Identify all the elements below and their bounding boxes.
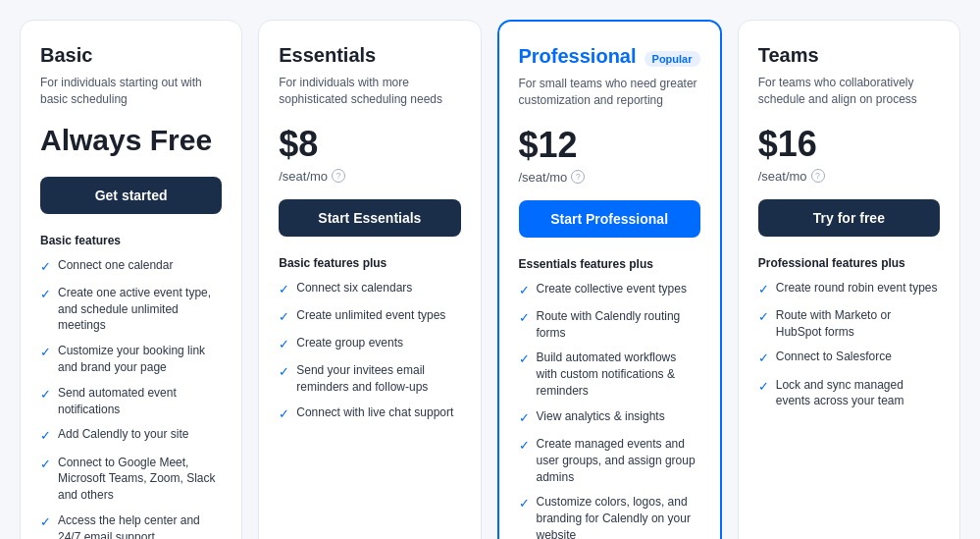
feature-text: Connect to Google Meet, Microsoft Teams,… <box>58 455 222 504</box>
list-item: ✓Customize colors, logos, and branding f… <box>519 494 700 539</box>
list-item: ✓Connect six calendars <box>279 280 460 298</box>
plan-card-essentials: EssentialsFor individuals with more soph… <box>258 20 481 539</box>
help-icon-professional[interactable]: ? <box>571 170 585 184</box>
list-item: ✓View analytics & insights <box>519 408 700 427</box>
features-title-teams: Professional features plus <box>758 256 940 270</box>
feature-text: Connect with live chat support <box>296 404 453 421</box>
plan-name-row-teams: Teams <box>758 44 940 71</box>
plan-price-basic: Always Free <box>40 124 222 157</box>
list-item: ✓Create group events <box>279 335 460 353</box>
feature-text: Connect to Salesforce <box>776 349 892 365</box>
list-item: ✓Create collective event types <box>519 281 700 299</box>
list-item: ✓Lock and sync managed events across you… <box>758 377 940 410</box>
features-list-essentials: ✓Connect six calendars✓Create unlimited … <box>279 280 460 539</box>
list-item: ✓Create unlimited event types <box>279 307 460 326</box>
checkmark-icon: ✓ <box>519 495 530 512</box>
feature-text: Add Calendly to your site <box>58 426 188 443</box>
checkmark-icon: ✓ <box>519 309 530 327</box>
feature-text: Create unlimited event types <box>296 307 445 324</box>
feature-text: Customize your booking link and brand yo… <box>58 343 222 376</box>
feature-text: Customize colors, logos, and branding fo… <box>537 494 700 539</box>
features-title-professional: Essentials features plus <box>519 257 700 271</box>
feature-text: Connect six calendars <box>296 280 412 296</box>
checkmark-icon: ✓ <box>279 405 289 423</box>
help-icon-teams[interactable]: ? <box>811 169 825 183</box>
help-icon-essentials[interactable]: ? <box>332 169 345 183</box>
feature-text: Create managed events and user groups, a… <box>537 436 700 485</box>
features-list-teams: ✓Create round robin event types✓Route wi… <box>758 280 940 539</box>
features-list-professional: ✓Create collective event types✓Route wit… <box>519 281 700 539</box>
feature-text: Create group events <box>296 335 403 351</box>
plan-price-detail-teams: /seat/mo? <box>758 169 940 184</box>
plan-btn-basic[interactable]: Get started <box>40 177 222 214</box>
list-item: ✓Connect to Salesforce <box>758 349 940 367</box>
feature-text: Route with Calendly routing forms <box>537 308 700 342</box>
plan-btn-teams[interactable]: Try for free <box>758 199 940 237</box>
list-item: ✓Route with Calendly routing forms <box>519 308 700 342</box>
plan-desc-essentials: For individuals with more sophisticated … <box>279 75 460 108</box>
features-title-basic: Basic features <box>40 234 222 247</box>
checkmark-icon: ✓ <box>279 308 289 326</box>
checkmark-icon: ✓ <box>519 409 530 427</box>
list-item: ✓Access the help center and 24/7 email s… <box>40 512 222 539</box>
plan-name-row-professional: ProfessionalPopular <box>519 45 700 72</box>
list-item: ✓Create one active event type, and sched… <box>40 285 222 334</box>
list-item: ✓Route with Marketo or HubSpot forms <box>758 307 940 341</box>
plan-name-row-basic: Basic <box>40 44 222 71</box>
plan-name-row-essentials: Essentials <box>279 44 460 71</box>
list-item: ✓Connect one calendar <box>40 257 222 276</box>
list-item: ✓Build automated workflows with custom n… <box>519 350 700 399</box>
checkmark-icon: ✓ <box>758 350 769 367</box>
popular-badge: Popular <box>645 51 700 67</box>
feature-text: Create collective event types <box>537 281 687 297</box>
checkmark-icon: ✓ <box>758 378 769 396</box>
plan-desc-teams: For teams who collaboratively schedule a… <box>758 75 940 108</box>
plan-price-detail-essentials: /seat/mo? <box>279 169 460 184</box>
plan-card-professional: ProfessionalPopularFor small teams who n… <box>497 20 722 539</box>
list-item: ✓Customize your booking link and brand y… <box>40 343 222 376</box>
feature-text: View analytics & insights <box>537 408 665 425</box>
list-item: ✓Send automated event notifications <box>40 385 222 418</box>
checkmark-icon: ✓ <box>279 363 289 381</box>
plan-btn-essentials[interactable]: Start Essentials <box>279 199 460 237</box>
checkmark-icon: ✓ <box>758 308 769 326</box>
plan-desc-professional: For small teams who need greater customi… <box>519 76 700 109</box>
list-item: ✓Connect to Google Meet, Microsoft Teams… <box>40 455 222 504</box>
checkmark-icon: ✓ <box>40 286 51 303</box>
feature-text: Access the help center and 24/7 email su… <box>58 512 222 539</box>
plan-price-detail-professional: /seat/mo? <box>519 170 700 185</box>
checkmark-icon: ✓ <box>279 281 289 298</box>
checkmark-icon: ✓ <box>519 282 530 299</box>
plan-price-professional: $12 <box>519 125 700 166</box>
checkmark-icon: ✓ <box>40 513 51 531</box>
plan-name-essentials: Essentials <box>279 44 376 67</box>
price-unit-teams: /seat/mo <box>758 169 807 184</box>
checkmark-icon: ✓ <box>758 281 769 298</box>
plan-name-teams: Teams <box>758 44 819 67</box>
checkmark-icon: ✓ <box>40 427 51 445</box>
features-title-essentials: Basic features plus <box>279 256 460 270</box>
list-item: ✓Create round robin event types <box>758 280 940 298</box>
feature-text: Route with Marketo or HubSpot forms <box>776 307 940 341</box>
plan-name-basic: Basic <box>40 44 92 67</box>
plans-container: BasicFor individuals starting out with b… <box>20 20 960 539</box>
list-item: ✓Send your invitees email reminders and … <box>279 362 460 396</box>
plan-price-teams: $16 <box>758 124 940 165</box>
list-item: ✓Connect with live chat support <box>279 404 460 423</box>
plan-card-teams: TeamsFor teams who collaboratively sched… <box>738 20 960 539</box>
list-item: ✓Add Calendly to your site <box>40 426 222 445</box>
price-unit-professional: /seat/mo <box>519 170 568 185</box>
features-list-basic: ✓Connect one calendar✓Create one active … <box>40 257 222 539</box>
checkmark-icon: ✓ <box>40 258 51 276</box>
price-unit-essentials: /seat/mo <box>279 169 328 184</box>
list-item: ✓Create managed events and user groups, … <box>519 436 700 485</box>
plan-name-professional: Professional <box>519 45 637 68</box>
feature-text: Connect one calendar <box>58 257 173 274</box>
feature-text: Build automated workflows with custom no… <box>537 350 700 399</box>
plan-card-basic: BasicFor individuals starting out with b… <box>20 20 242 539</box>
checkmark-icon: ✓ <box>40 456 51 473</box>
plan-price-essentials: $8 <box>279 124 460 165</box>
checkmark-icon: ✓ <box>40 344 51 361</box>
checkmark-icon: ✓ <box>519 437 530 455</box>
plan-btn-professional[interactable]: Start Professional <box>519 200 700 238</box>
